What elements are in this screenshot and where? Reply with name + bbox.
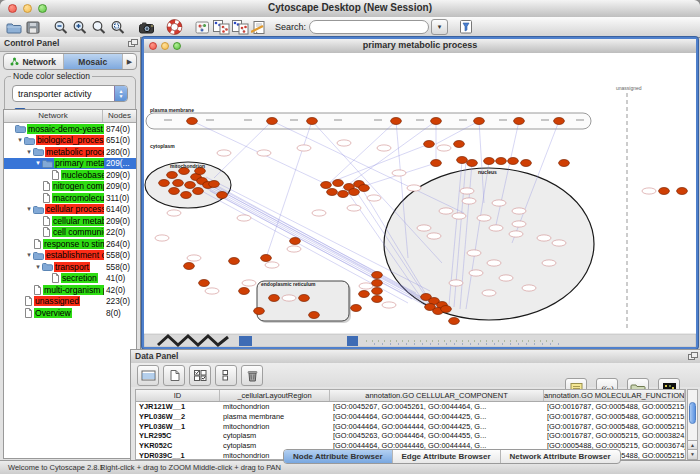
network-node[interactable] <box>307 118 318 125</box>
table-row[interactable]: YPL036W__2plasma membrane[GO:0044464, GO… <box>136 412 685 422</box>
network-node[interactable] <box>351 305 362 312</box>
network-canvas-svg[interactable]: plasma membranecytoplasmmitochondrionnuc… <box>144 53 696 347</box>
horizontal-scrollbar-thumb[interactable] <box>239 336 252 346</box>
tab-edge-attribute-browser[interactable]: Edge Attribute Browser <box>393 450 501 463</box>
column-header-cellular-component[interactable]: annotation.GO CELLULAR_COMPONENT <box>330 390 544 401</box>
network-node[interactable] <box>327 189 338 196</box>
network-node[interactable] <box>454 141 465 148</box>
network-node[interactable] <box>299 295 310 302</box>
tree-row[interactable]: secretion41(0) <box>4 273 136 285</box>
network-node[interactable] <box>659 188 670 195</box>
tree-row[interactable]: unassigned223(0) <box>4 296 136 308</box>
tab-network-attribute-browser[interactable]: Network Attribute Browser <box>501 450 620 463</box>
float-panel-icon[interactable] <box>128 39 137 47</box>
network-node[interactable] <box>391 118 402 125</box>
network-node[interactable] <box>514 118 525 125</box>
network-node[interactable] <box>554 118 565 125</box>
new-network-from-selection-2-icon[interactable] <box>231 19 250 36</box>
tree-row[interactable]: ▾cellular process614(0) <box>4 204 136 216</box>
network-node[interactable] <box>431 160 442 167</box>
network-node[interactable] <box>254 308 265 315</box>
network-node[interactable] <box>431 118 442 125</box>
node-color-dropdown[interactable]: transporter activity ▲▼ <box>12 85 128 102</box>
network-node[interactable] <box>349 189 360 196</box>
more-tabs-arrow[interactable]: ▶ <box>123 54 136 69</box>
tree-row[interactable]: response to stimulu264(0) <box>4 238 136 250</box>
scrollbar-thumb[interactable] <box>689 402 696 424</box>
advanced-search-icon[interactable] <box>457 19 476 36</box>
annotation-pencil-icon[interactable] <box>250 19 269 36</box>
tree-row[interactable]: nitrogen compo209(0) <box>4 181 136 193</box>
tree-row[interactable]: cell communicat22(0) <box>4 227 136 239</box>
network-node[interactable] <box>496 158 507 165</box>
delete-attribute-icon[interactable] <box>241 365 263 386</box>
search-input[interactable] <box>309 20 429 34</box>
data-panel-float-icon[interactable] <box>688 352 697 360</box>
tab-network[interactable]: Network <box>4 54 64 69</box>
network-node[interactable] <box>167 172 178 179</box>
network-node[interactable] <box>338 191 349 198</box>
network-node[interactable] <box>372 280 383 287</box>
network-node[interactable] <box>677 188 688 195</box>
tree-row[interactable]: nucleobase-209(0) <box>4 169 136 181</box>
search-dropdown-button[interactable]: ▾ <box>431 19 448 35</box>
tree-row[interactable]: Overview8(0) <box>4 307 136 319</box>
table-row[interactable]: YPL036W__1mitochondrion[GO:0044464, GO:0… <box>136 422 685 432</box>
horizontal-scrollbar-thumb-2[interactable] <box>347 336 358 346</box>
network-node[interactable] <box>269 295 280 302</box>
tree-row[interactable]: cellular metabo209(0) <box>4 215 136 227</box>
network-node[interactable] <box>333 180 344 187</box>
network-node[interactable] <box>184 263 195 270</box>
tree-row[interactable]: ▾establishment of lo558(0) <box>4 250 136 262</box>
network-node[interactable] <box>267 118 278 125</box>
select-all-attributes-icon[interactable] <box>189 365 211 386</box>
network-node[interactable] <box>261 255 272 262</box>
network-node[interactable] <box>424 141 435 148</box>
attribute-table-icon[interactable] <box>137 365 159 386</box>
column-header-region[interactable]: _cellularLayoutRegion <box>220 390 330 401</box>
network-node[interactable] <box>372 288 383 295</box>
table-row[interactable]: YLR295Ccytoplasm[GO:0045263, GO:0044464,… <box>136 431 685 441</box>
graphics-details-icon[interactable] <box>193 19 212 36</box>
network-node[interactable] <box>173 180 184 187</box>
network-node[interactable] <box>508 158 519 165</box>
network-node[interactable] <box>559 160 570 167</box>
network-node[interactable] <box>185 182 196 189</box>
tree-row[interactable]: ▾biological_process651(0) <box>4 135 136 147</box>
network-node[interactable] <box>290 238 301 245</box>
tree-row[interactable]: ▾metabolic process280(0) <box>4 146 136 158</box>
network-node[interactable] <box>474 118 485 125</box>
tab-node-attribute-browser[interactable]: Node Attribute Browser <box>284 450 393 463</box>
network-node[interactable] <box>193 188 204 195</box>
network-node[interactable] <box>181 192 192 199</box>
unselect-all-attributes-icon[interactable] <box>215 365 237 386</box>
tree-row[interactable]: macromolecule311(0) <box>4 192 136 204</box>
network-node[interactable] <box>441 306 452 313</box>
tab-mosaic[interactable]: Mosaic <box>64 54 124 69</box>
zoom-in-icon[interactable] <box>71 19 90 36</box>
open-session-icon[interactable] <box>5 19 24 36</box>
table-row[interactable]: YJR121W__1mitochondrion[GO:0045267, GO:0… <box>136 402 685 412</box>
tree-row[interactable]: ▾primary metabo209(... <box>4 158 136 170</box>
network-node[interactable] <box>217 192 228 199</box>
network-node[interactable] <box>457 157 468 164</box>
network-node[interactable] <box>372 296 383 303</box>
network-node[interactable] <box>159 180 170 187</box>
network-node[interactable] <box>321 182 332 189</box>
network-node[interactable] <box>239 288 250 295</box>
column-header-id[interactable]: ID <box>136 390 220 401</box>
network-node[interactable] <box>484 158 495 165</box>
snapshot-camera-icon[interactable] <box>137 19 156 36</box>
network-node[interactable] <box>467 160 478 167</box>
zoom-fit-icon[interactable] <box>109 19 128 36</box>
network-node[interactable] <box>359 185 370 192</box>
network-node[interactable] <box>209 181 220 188</box>
tree-row[interactable]: ▾transport558(0) <box>4 261 136 273</box>
network-node[interactable] <box>309 312 320 319</box>
tree-row[interactable]: mosaic-demo-yeast874(0) <box>4 123 136 135</box>
network-node[interactable] <box>199 280 210 287</box>
create-attribute-icon[interactable] <box>163 365 185 386</box>
help-ring-icon[interactable] <box>165 19 184 36</box>
network-node[interactable] <box>372 272 383 279</box>
tree-row[interactable]: multi-organism pro42(0) <box>4 284 136 296</box>
